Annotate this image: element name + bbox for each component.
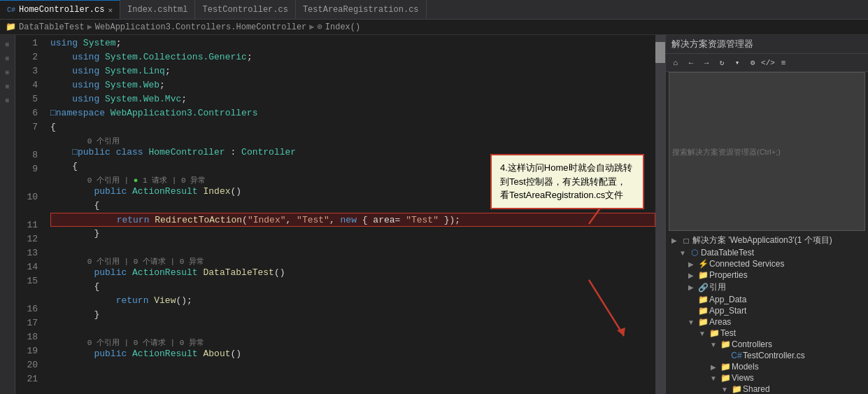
solution-explorer-title: 解决方案资源管理器 bbox=[666, 35, 868, 54]
tree-label-solution: 解决方案 'WebApplication3'(1 个项目) bbox=[692, 234, 868, 246]
toolbar-btn-menu[interactable]: ≡ bbox=[776, 56, 790, 70]
annotation-box: 4.这样访问Home时就会自动跳转到Test控制器，有关跳转配置，看TestAr… bbox=[490, 154, 644, 209]
folder-icon-appstart: 📁 bbox=[697, 306, 709, 316]
solution-explorer: 解决方案资源管理器 ⌂ ← → ↻ ▾ ⚙ </> ≡ ▶ □ 解决方案 'We… bbox=[665, 35, 868, 394]
solution-explorer-toolbar: ⌂ ← → ↻ ▾ ⚙ </> ≡ bbox=[666, 54, 868, 72]
tab-testarea-label: TestAreaRegistration.cs bbox=[303, 5, 419, 15]
scrollbar-thumb[interactable] bbox=[655, 42, 665, 63]
vertical-scrollbar[interactable] bbox=[655, 35, 665, 394]
code-line-2: using System.Collections.Generic; bbox=[50, 50, 655, 64]
toolbar-btn-forward[interactable]: → bbox=[699, 56, 713, 70]
folder-icon-views: 📁 bbox=[719, 373, 732, 383]
code-line-15 bbox=[50, 241, 655, 255]
code-line-17: { bbox=[50, 280, 655, 294]
code-line-7: { bbox=[50, 120, 655, 134]
tree-arrow-test: ▼ bbox=[697, 330, 708, 337]
breadcrumb: 📁 DataTableTest ▶ WebApplication3.Contro… bbox=[0, 20, 868, 35]
tree-item-test[interactable]: ▼ 📁 Test bbox=[666, 328, 868, 339]
breadcrumb-method: ⊙ bbox=[318, 22, 322, 32]
cs-icon: C# bbox=[7, 6, 15, 14]
code-line-20 bbox=[50, 322, 655, 336]
folder-icon-shared: 📁 bbox=[730, 384, 743, 394]
tree-item-testcontrollercs[interactable]: C# TestController.cs bbox=[666, 350, 868, 361]
tree-item-properties[interactable]: ▶ 📁 Properties bbox=[666, 269, 868, 281]
ref-hint-15: 0 个引用 | 0 个请求 | 0 异常 bbox=[50, 255, 655, 266]
breadcrumb-folder-icon: 📁 bbox=[6, 22, 16, 32]
tree-item-areas[interactable]: ▼ 📁 Areas bbox=[666, 316, 868, 328]
breadcrumb-sep2: ▶ bbox=[309, 22, 314, 32]
gutter-icon-5: ≡ bbox=[2, 95, 13, 106]
tree-item-connected[interactable]: ▶ ⚡ Connected Services bbox=[666, 258, 868, 269]
tree-label-connected: Connected Services bbox=[709, 259, 868, 269]
tab-index[interactable]: Index.cshtml bbox=[120, 0, 195, 19]
ref-hint-21: 0 个引用 | 0 个请求 | 0 异常 bbox=[50, 336, 655, 347]
gutter-icon-4: ≡ bbox=[2, 81, 13, 92]
toolbar-btn-settings[interactable]: ⚙ bbox=[746, 56, 760, 70]
tree-item-solution[interactable]: ▶ □ 解决方案 'WebApplication3'(1 个项目) bbox=[666, 234, 868, 247]
tree-item-appstart[interactable]: 📁 App_Start bbox=[666, 305, 868, 316]
code-line-19: } bbox=[50, 308, 655, 322]
tree-item-views[interactable]: ▼ 📁 Views bbox=[666, 372, 868, 384]
tree-arrow-ref: ▶ bbox=[685, 283, 697, 291]
ref-hint-7: 0 个引用 bbox=[50, 134, 655, 146]
code-line-13: return RedirectToAction("Index", "Test",… bbox=[50, 213, 655, 227]
tree-arrow-models: ▶ bbox=[708, 363, 719, 371]
toolbar-btn-back[interactable]: ← bbox=[684, 56, 698, 70]
folder-icon-test: 📁 bbox=[708, 328, 720, 338]
tree-label-views: Views bbox=[732, 373, 868, 383]
code-line-18: return View(); bbox=[50, 294, 655, 308]
folder-icon-appdata: 📁 bbox=[697, 295, 709, 304]
tree-arrow-datatabletest: ▼ bbox=[677, 249, 688, 257]
editor-content: 1 2 3 4 5 6 7 8 9 10 11 12 13 14 15 16 bbox=[15, 35, 665, 394]
tree-arrow-shared: ▼ bbox=[719, 386, 730, 393]
connected-icon: ⚡ bbox=[697, 259, 709, 269]
cs-icon-testcontroller: C# bbox=[730, 351, 743, 360]
gutter-icon-1: ≡ bbox=[2, 39, 13, 50]
left-gutter: ≡ ≡ ≡ ≡ ≡ bbox=[0, 35, 15, 394]
tree-label-ref: 引用 bbox=[709, 281, 868, 293]
tree-arrow-properties: ▶ bbox=[685, 272, 697, 279]
tab-homecontroller-label: HomeController.cs bbox=[19, 5, 104, 15]
code-line-5: using System.Web.Mvc; bbox=[50, 92, 655, 106]
tab-close-homecontroller[interactable]: ✕ bbox=[108, 6, 113, 15]
toolbar-btn-refresh[interactable]: ↻ bbox=[715, 56, 729, 70]
code-editor[interactable]: using System; using System.Collections.G… bbox=[43, 35, 655, 394]
project-icon: ⬡ bbox=[688, 248, 701, 258]
tree-arrow-areas: ▼ bbox=[685, 318, 697, 326]
solution-explorer-tree: ▶ □ 解决方案 'WebApplication3'(1 个项目) ▼ ⬡ Da… bbox=[666, 231, 868, 394]
tab-testarea[interactable]: TestAreaRegistration.cs bbox=[296, 0, 427, 19]
code-line-16: public ActionResult DataTableTest() bbox=[50, 266, 655, 280]
tree-item-datatabletest[interactable]: ▼ ⬡ DataTableTest bbox=[666, 247, 868, 258]
toolbar-btn-home[interactable]: ⌂ bbox=[669, 56, 683, 70]
code-line-3: using System.Linq; bbox=[50, 64, 655, 78]
tree-item-shared[interactable]: ▼ 📁 Shared bbox=[666, 384, 868, 394]
tree-item-models[interactable]: ▶ 📁 Models bbox=[666, 361, 868, 372]
tab-testcontroller-label: TestController.cs bbox=[202, 5, 287, 15]
ref-icon: 🔗 bbox=[697, 283, 709, 293]
tree-label-test: Test bbox=[720, 328, 868, 338]
code-line-22: public ActionResult About() bbox=[50, 347, 655, 361]
tree-item-appdata[interactable]: 📁 App_Data bbox=[666, 294, 868, 305]
tree-label-appstart: App_Start bbox=[709, 306, 868, 316]
gutter-icon-3: ≡ bbox=[2, 67, 13, 78]
tree-item-controllers-areas[interactable]: ▼ 📁 Controllers bbox=[666, 339, 868, 350]
tree-label-testcontrollercs: TestController.cs bbox=[743, 351, 868, 360]
toolbar-btn-collapse[interactable]: ▾ bbox=[730, 56, 744, 70]
tree-item-ref[interactable]: ▶ 🔗 引用 bbox=[666, 281, 868, 294]
code-line-6: □namespace WebApplication3.Controllers bbox=[50, 106, 655, 120]
solution-explorer-search[interactable] bbox=[669, 72, 865, 231]
tab-testcontroller[interactable]: TestController.cs bbox=[195, 0, 295, 19]
tree-arrow-solution: ▶ bbox=[669, 237, 680, 244]
solution-icon: □ bbox=[680, 236, 692, 246]
line-numbers: 1 2 3 4 5 6 7 8 9 10 11 12 13 14 15 16 bbox=[15, 35, 43, 394]
tree-label-controllers-areas: Controllers bbox=[732, 339, 868, 349]
tree-label-shared: Shared bbox=[743, 384, 868, 394]
toolbar-btn-code[interactable]: </> bbox=[761, 56, 775, 70]
editor-area[interactable]: 1 2 3 4 5 6 7 8 9 10 11 12 13 14 15 16 bbox=[15, 35, 665, 394]
tab-index-label: Index.cshtml bbox=[127, 5, 187, 15]
breadcrumb-namespace: WebApplication3.Controllers.HomeControll… bbox=[95, 22, 306, 32]
tree-arrow-connected: ▶ bbox=[685, 260, 697, 268]
tree-label-areas: Areas bbox=[709, 317, 868, 327]
tab-homecontroller[interactable]: C# HomeController.cs ✕ bbox=[0, 0, 120, 19]
gutter-icon-2: ≡ bbox=[2, 53, 13, 64]
